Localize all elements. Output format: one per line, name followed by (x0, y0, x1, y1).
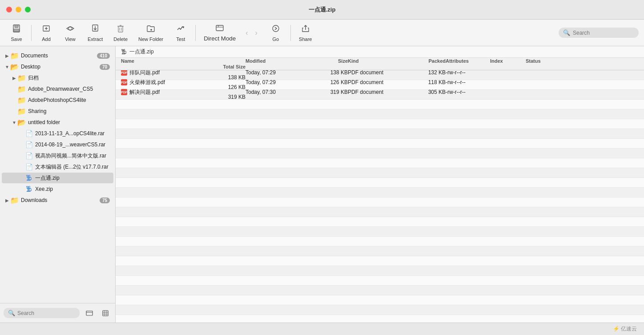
sidebar: ▶ 📁 Documents 410 ▼ 📂 Desktop 70 ▶ 📁 归档 … (0, 46, 116, 323)
sidebar-action-btn-1[interactable] (83, 307, 96, 319)
empty-row (116, 266, 644, 276)
cell-modified-1: Today, 07:29 (246, 70, 312, 76)
sidebar-label-file4: 文本编辑器 (E...2位 v17.7.0.rar (35, 163, 110, 171)
empty-row (116, 178, 644, 188)
search-box: 🔍 (559, 28, 639, 38)
extract-button[interactable]: Extract (83, 22, 107, 44)
share-button[interactable]: Share (294, 22, 317, 44)
search-input[interactable] (573, 30, 634, 36)
sidebar-label-sharing: Sharing (28, 108, 110, 114)
svg-rect-22 (103, 311, 108, 316)
col-index: Index (490, 58, 526, 64)
sidebar-item-sharing[interactable]: ▶ 📁 Sharing (2, 106, 113, 117)
view-label: View (65, 36, 76, 42)
sidebar-label-dw: Adobe_Dreamweaver_CS5 (28, 86, 110, 92)
test-button[interactable]: Test (169, 22, 192, 44)
minimize-button[interactable] (16, 7, 21, 12)
sidebar-label-file3: 视高协同视频...简体中文版.rar (35, 152, 110, 160)
sidebar-item-documents[interactable]: ▶ 📁 Documents 410 (2, 50, 113, 61)
empty-row (116, 207, 644, 217)
empty-row (116, 188, 644, 198)
save-label: Save (11, 36, 22, 42)
svg-point-19 (273, 25, 279, 32)
expand-arrow-downloads: ▶ (4, 197, 11, 204)
sidebar-item-file4[interactable]: ▶ 📄 文本编辑器 (E...2位 v17.7.0.rar (2, 161, 113, 172)
folder-icon-ps: 📁 (18, 96, 26, 104)
sidebar-label-xee: Xee.zip (35, 186, 110, 192)
sidebar-item-guidan[interactable]: ▶ 📁 归档 (2, 73, 113, 83)
maximize-button[interactable] (25, 7, 31, 12)
expand-arrow-desktop: ▼ (4, 63, 11, 70)
sidebar-label-desktop: Desktop (21, 64, 98, 70)
cell-modified-3: Today, 07:30 (246, 89, 312, 95)
direct-mode-icon (215, 24, 224, 34)
empty-row (116, 139, 644, 149)
save-icon (12, 24, 21, 35)
cell-attr-3: -rw-r--r-- (446, 89, 490, 95)
table-row[interactable]: PDF 解决问题.pdf Today, 07:30 319 KB PDF doc… (116, 90, 644, 100)
col-modified: Modified (246, 58, 312, 64)
back-button[interactable]: ‹ (242, 26, 251, 40)
folder-icon-desktop: 📂 (11, 63, 19, 71)
share-label: Share (299, 36, 312, 42)
rar-icon-4: 📄 (25, 163, 33, 171)
add-button[interactable]: Add (35, 22, 57, 44)
delete-label: Delete (113, 36, 128, 42)
cell-size-2: 126 KB (312, 79, 348, 85)
file-list-body: PDF 排队问题.pdf Today, 07:29 138 KB PDF doc… (116, 70, 644, 323)
toolbar-sep-1 (31, 25, 32, 41)
forward-button[interactable]: › (251, 26, 261, 40)
empty-row (116, 305, 644, 315)
sidebar-label-file1: 2013-11-13_A...opCS4lite.rar (35, 130, 110, 137)
direct-mode-button[interactable]: Direct Mode (199, 22, 240, 44)
file-list-area: 🗜 一点通.zip Name Modified Size Kind Packed… (116, 46, 644, 323)
toolbar-sep-3 (290, 25, 291, 41)
toolbar-sep-2 (195, 25, 196, 41)
col-total-size: Total Size (121, 64, 246, 69)
footer-search-input[interactable] (17, 310, 75, 316)
new-folder-button[interactable]: New Folder (134, 22, 168, 44)
empty-row (116, 168, 644, 178)
folder-icon-sharing: 📁 (18, 107, 26, 115)
empty-row (116, 158, 644, 168)
svg-rect-20 (86, 311, 93, 315)
cell-size-1: 138 KB (312, 70, 348, 76)
titlebar: 一点通.zip (0, 0, 644, 20)
cell-size-3: 319 KB (312, 89, 348, 95)
sidebar-item-file2[interactable]: ▶ 📄 2014-08-19_...weaverCS5.rar (2, 139, 113, 150)
new-folder-label: New Folder (138, 36, 163, 42)
sidebar-label-untitled: untitled folder (28, 119, 110, 125)
close-button[interactable] (6, 7, 12, 12)
sidebar-badge-downloads: 75 (100, 198, 110, 203)
sidebar-item-adobe-ps[interactable]: ▶ 📁 AdobePhotoshopCS4lite (2, 95, 113, 105)
svg-rect-2 (14, 29, 19, 32)
footer-search-icon: 🔍 (8, 310, 15, 316)
folder-icon-dw: 📁 (18, 85, 26, 93)
go-button[interactable]: Go (265, 22, 287, 44)
sidebar-item-desktop[interactable]: ▼ 📂 Desktop 70 (2, 61, 113, 72)
sidebar-item-downloads[interactable]: ▶ 📁 Downloads 75 (2, 195, 113, 206)
cell-packed-2: 118 KB (406, 79, 446, 85)
view-button[interactable]: View (59, 22, 81, 44)
sidebar-item-xee-zip[interactable]: ▶ 🗜 Xee.zip (2, 184, 113, 194)
empty-row (116, 256, 644, 266)
sidebar-item-untitled[interactable]: ▼ 📂 untitled folder (2, 117, 113, 128)
new-folder-icon (146, 24, 155, 35)
sidebar-item-adobe-dw[interactable]: ▶ 📁 Adobe_Dreamweaver_CS5 (2, 84, 113, 94)
delete-button[interactable]: Delete (109, 22, 132, 44)
svg-rect-9 (118, 26, 123, 32)
window-title: 一点通.zip (309, 6, 336, 14)
sidebar-item-ydt-zip[interactable]: ▶ 🗜 一点通.zip (2, 173, 113, 183)
sidebar-action-btn-2[interactable] (99, 307, 112, 319)
toolbar-search: 🔍 (559, 28, 639, 38)
empty-row (116, 276, 644, 286)
sidebar-label-documents: Documents (21, 52, 95, 59)
sidebar-item-file3[interactable]: ▶ 📄 视高协同视频...简体中文版.rar (2, 150, 113, 161)
sidebar-label-file2: 2014-08-19_...weaverCS5.rar (35, 141, 110, 148)
cell-kind-3: PDF document (348, 89, 406, 95)
sidebar-item-file1[interactable]: ▶ 📄 2013-11-13_A...opCS4lite.rar (2, 128, 113, 139)
watermark-icon: ⚡ (613, 326, 620, 332)
save-button[interactable]: Save (5, 22, 28, 44)
search-icon: 🔍 (563, 29, 570, 36)
empty-row (116, 100, 644, 109)
